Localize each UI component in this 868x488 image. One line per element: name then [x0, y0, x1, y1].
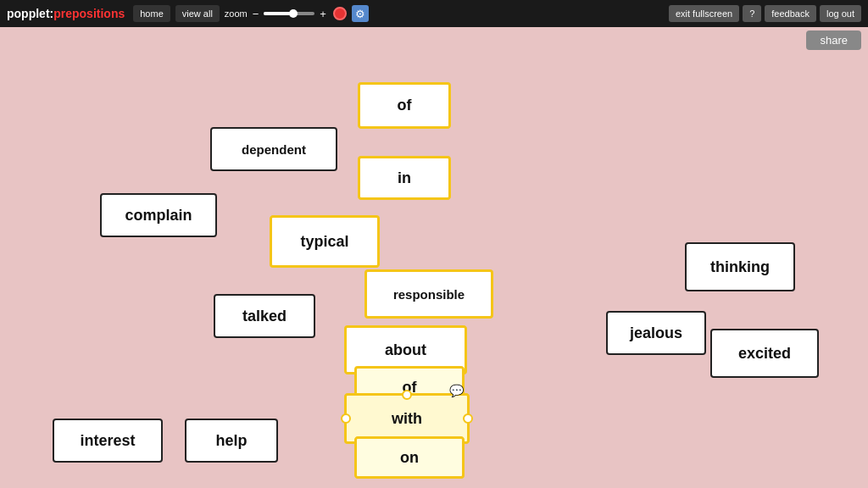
- popplet-card-in1[interactable]: in: [358, 156, 451, 200]
- card-text-thinking: thinking: [710, 258, 770, 276]
- popplet-card-on[interactable]: on: [354, 436, 465, 479]
- card-text-help: help: [215, 432, 247, 450]
- card-text-with: with: [392, 410, 422, 428]
- logo-popplet: popplet: [7, 7, 50, 20]
- canvas: ofindependentcomplaintypicalresponsiblet…: [0, 27, 868, 488]
- home-button[interactable]: home: [133, 5, 170, 22]
- share-button[interactable]: share: [806, 30, 861, 50]
- card-text-on: on: [400, 449, 419, 467]
- connect-dot-top[interactable]: [402, 390, 412, 400]
- card-text-of1: of: [398, 97, 412, 114]
- zoom-label: zoom: [225, 8, 248, 19]
- popplet-card-thinking[interactable]: thinking: [685, 242, 795, 291]
- popplet-card-complain[interactable]: complain: [100, 193, 217, 237]
- card-text-excited: excited: [738, 345, 791, 363]
- chat-bubble-icon: 💬: [449, 384, 464, 397]
- connect-dot-right[interactable]: [463, 413, 473, 424]
- card-text-complain: complain: [125, 207, 192, 225]
- zoom-slider[interactable]: [264, 12, 314, 15]
- popplet-card-help[interactable]: help: [185, 419, 278, 463]
- exit-fullscreen-button[interactable]: exit fullscreen: [669, 5, 739, 22]
- settings-gear-icon: ⚙: [355, 8, 365, 20]
- logo-prepositions: prepositions: [53, 7, 125, 20]
- card-text-typical: typical: [300, 233, 348, 251]
- share-button-container: share: [806, 30, 861, 50]
- popplet-card-typical[interactable]: typical: [270, 215, 380, 268]
- card-text-responsible: responsible: [393, 287, 465, 302]
- card-text-dependent: dependent: [242, 142, 306, 157]
- toolbar: home view all zoom − + ⚙: [133, 5, 369, 22]
- view-all-button[interactable]: view all: [175, 5, 220, 22]
- zoom-control: zoom − +: [225, 8, 328, 20]
- popplet-card-of1[interactable]: of: [358, 82, 451, 129]
- zoom-minus-button[interactable]: −: [251, 8, 261, 20]
- feedback-button[interactable]: feedback: [765, 5, 816, 22]
- popplet-card-interest[interactable]: interest: [53, 419, 163, 463]
- log-out-button[interactable]: log out: [820, 5, 861, 22]
- popplet-card-talked[interactable]: talked: [214, 294, 315, 338]
- help-button[interactable]: ?: [743, 5, 761, 22]
- top-right-actions: exit fullscreen ? feedback log out: [669, 5, 861, 22]
- settings-button[interactable]: ⚙: [352, 5, 369, 22]
- card-text-talked: talked: [242, 308, 287, 325]
- popplet-card-dependent[interactable]: dependent: [210, 127, 337, 171]
- logo: popplet:prepositions: [7, 7, 125, 20]
- card-text-in1: in: [398, 169, 411, 187]
- color-picker-dot[interactable]: [333, 7, 347, 20]
- card-text-jealous: jealous: [630, 324, 682, 342]
- popplet-card-responsible[interactable]: responsible: [364, 269, 493, 319]
- popplet-card-jealous[interactable]: jealous: [606, 311, 706, 355]
- connect-dot-left[interactable]: [341, 413, 351, 424]
- card-text-about: about: [385, 341, 426, 359]
- zoom-plus-button[interactable]: +: [318, 8, 328, 20]
- popplet-card-excited[interactable]: excited: [710, 329, 819, 378]
- card-text-interest: interest: [80, 432, 135, 450]
